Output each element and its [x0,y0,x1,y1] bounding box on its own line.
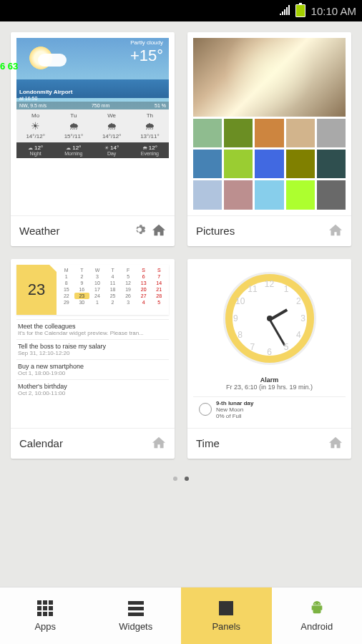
status-time: 10:10 AM [311,5,356,17]
calendar-event[interactable]: Meet the colleaguesIt's for the Calendar… [16,319,169,339]
svg-point-1 [318,603,319,604]
calendar-event[interactable]: Mother's birthdayOct 2, 10:00-11:00 [16,379,169,399]
weather-humidity: 51 % [155,103,166,108]
alarm-time: Fr 23, 6:10 (in 19 hrs. 19 min.) [193,384,346,391]
lunar-pct: 0% of Full [216,413,253,419]
picture-thumb[interactable] [286,150,315,178]
picture-thumb[interactable] [286,180,315,209]
weather-pressure: 750 mm [92,103,109,108]
pager-dot[interactable] [173,477,177,481]
tab-widgets[interactable]: Widgets [91,587,182,644]
debug-overlay: 6 63 [0,61,18,72]
svg-point-0 [314,603,315,604]
battery-icon [295,4,305,17]
home-icon[interactable] [152,436,166,452]
tab-android[interactable]: Android [272,587,363,644]
calendar-card[interactable]: 23 MTWTFSS123456789101112131415161718192… [11,259,175,459]
picture-thumb[interactable] [255,180,283,209]
picture-thumb[interactable] [255,119,283,147]
signal-icon [280,5,291,17]
weather-title: Weather [19,225,59,237]
weather-location: Londonmity Airport [19,89,72,95]
calendar-events: Meet the colleaguesIt's for the Calendar… [16,319,169,399]
calendar-title: Calendar [19,437,63,449]
calendar-event[interactable]: Buy a new smartphoneOct 1, 18:00-19:00 [16,359,169,379]
tab-label: Panels [212,621,240,632]
lunar-phase: New Moon [216,406,253,413]
home-icon[interactable] [328,223,343,239]
picture-thumb[interactable] [317,150,346,178]
weather-card[interactable]: Partly cloudy +15° Londonmity Airport at… [11,32,175,246]
tab-label: Widgets [119,621,152,632]
weather-timeofday: ☁ 12°Night☁ 12°Morning☀ 14°Day🌧 12°Eveni… [16,142,169,158]
status-bar: 10:10 AM [0,0,362,21]
tab-label: Apps [34,621,56,632]
lunar-title: 9-th lunar day [216,400,253,406]
picture-thumb[interactable] [224,150,253,178]
calendar-table: MTWTFSS123456789101112131415161718192021… [57,265,169,315]
pager-dot[interactable] [185,477,189,481]
pictures-grid [193,119,346,210]
picture-thumb[interactable] [193,150,222,178]
alarm-label: Alarm [193,376,346,384]
tab-bar: Apps Widgets Panels Android [0,587,362,644]
time-title: Time [196,437,220,449]
tab-label: Android [300,621,333,632]
grid-icon [36,600,54,617]
calendar-today: 23 [16,265,57,315]
weather-temp: +15° [130,47,163,65]
analog-clock: 121234567891011 [223,272,316,365]
tab-panels[interactable]: Panels [181,587,272,644]
pictures-card[interactable]: Pictures [187,32,351,246]
calendar-event[interactable]: Tell the boss to raise my salarySep 31, … [16,339,169,359]
pictures-title: Pictures [196,225,235,237]
time-card[interactable]: 121234567891011 Alarm Fr 23, 6:10 (in 19… [187,259,351,459]
home-icon[interactable] [152,223,166,239]
weather-location-time: at 16:50 [19,96,37,101]
android-icon [308,600,326,617]
picture-thumb[interactable] [317,180,346,209]
picture-thumb[interactable] [193,180,222,209]
picture-thumb[interactable] [286,119,315,147]
pictures-main [193,38,346,117]
weather-wind: NW, 9.5 m/s [19,103,47,108]
pager [0,469,362,492]
moon-icon [199,403,212,416]
picture-thumb[interactable] [255,150,283,178]
picture-thumb[interactable] [224,180,253,209]
weather-condition: Partly cloudy [130,39,163,46]
tab-apps[interactable]: Apps [0,587,91,644]
square-icon [217,600,235,617]
picture-thumb[interactable] [317,119,346,147]
gear-icon[interactable] [133,223,146,239]
weather-hero: Partly cloudy +15° Londonmity Airport at… [16,38,169,109]
home-icon[interactable] [328,436,343,452]
picture-thumb[interactable] [193,119,222,147]
picture-thumb[interactable] [224,119,253,147]
weather-forecast: Mo☀14°/12°Tu🌧15°/11°We🌧14°/12°Th🌧13°/11° [16,109,169,142]
rows-icon [127,600,145,617]
panels-grid: Partly cloudy +15° Londonmity Airport at… [0,21,362,469]
